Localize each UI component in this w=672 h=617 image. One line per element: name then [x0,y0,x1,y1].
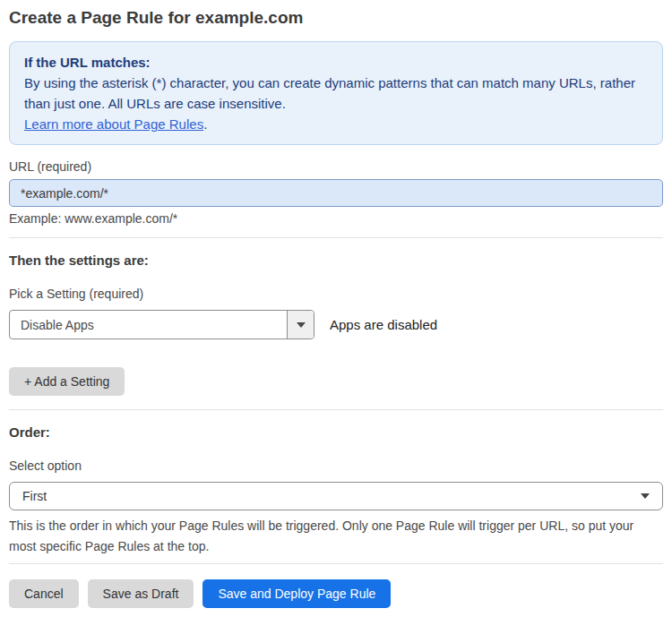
link-suffix: . [203,116,207,132]
divider [9,563,663,564]
footer-buttons: Cancel Save as Draft Save and Deploy Pag… [9,579,663,608]
setting-dropdown[interactable]: Disable Apps [9,310,314,339]
settings-section-heading: Then the settings are: [9,253,663,269]
url-field-label: URL (required) [9,159,663,175]
info-box-link-line: Learn more about Page Rules. [24,114,648,134]
order-select-label: Select option [9,458,663,474]
order-description-text: This is the order in which your Page Rul… [9,516,663,557]
url-match-info-box: If the URL matches: By using the asteris… [9,41,663,145]
setting-status-text: Apps are disabled [330,317,437,332]
save-as-draft-button[interactable]: Save as Draft [88,579,194,608]
cancel-button[interactable]: Cancel [9,579,79,608]
page-title: Create a Page Rule for example.com [9,7,663,29]
divider [9,409,663,410]
chevron-down-icon [297,322,306,328]
page-rule-form: Create a Page Rule for example.com If th… [0,0,672,617]
setting-dropdown-value: Disable Apps [10,311,287,338]
order-dropdown[interactable]: First [9,482,663,510]
url-input[interactable] [9,179,663,207]
order-section-heading: Order: [9,424,663,441]
info-box-body: By using the asterisk (*) character, you… [24,73,648,114]
info-box-heading: If the URL matches: [24,52,648,73]
divider [9,237,663,238]
order-dropdown-value: First [22,489,47,503]
pick-setting-label: Pick a Setting (required) [9,287,663,302]
learn-more-link[interactable]: Learn more about Page Rules [24,116,203,132]
chevron-down-icon [641,493,650,499]
url-example-text: Example: www.example.com/* [9,211,663,227]
save-and-deploy-button[interactable]: Save and Deploy Page Rule [202,579,391,608]
setting-row: Disable Apps Apps are disabled [9,310,663,339]
setting-dropdown-arrow-button[interactable] [287,311,314,338]
add-setting-button[interactable]: + Add a Setting [9,367,125,396]
